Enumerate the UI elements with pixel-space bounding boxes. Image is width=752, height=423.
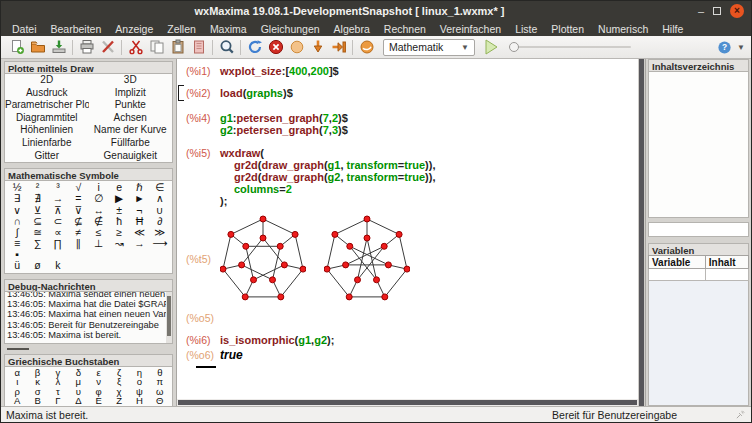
recalculate-icon[interactable] [244, 38, 265, 57]
slider-thumb[interactable] [509, 42, 519, 52]
vertical-scrollbar[interactable] [638, 59, 645, 406]
menu-item-gleichungen[interactable]: Gleichungen [254, 23, 327, 35]
variables-header-inhalt[interactable]: Inhalt [705, 256, 748, 269]
draw-button-2d[interactable]: 2D [5, 74, 89, 87]
menu-item-liste[interactable]: Liste [508, 23, 544, 35]
horizontal-scrollbar[interactable] [177, 399, 638, 406]
toc-filter-input[interactable] [648, 222, 749, 237]
minimize-button[interactable]: – [698, 6, 704, 17]
draw-button-gitter[interactable]: Gitter [5, 150, 89, 163]
debug-scrollbar[interactable] [166, 292, 172, 343]
titlebar[interactable]: wxMaxima 19.08.1-DevelopmentSnapshot [ l… [1, 1, 751, 21]
close-button[interactable]: × [730, 4, 744, 18]
symbol-button[interactable]: ∏ [48, 238, 68, 249]
variables-empty-row[interactable] [649, 269, 749, 281]
menu-item-numerisch[interactable]: Numerisch [591, 23, 655, 35]
history-slider[interactable] [509, 42, 631, 52]
configure-icon[interactable] [97, 38, 118, 57]
draw-button-h-henlinien[interactable]: Höhenlinien [5, 124, 89, 137]
symbol-button[interactable]: ⟶ [150, 238, 170, 249]
panel-resize-handle[interactable] [7, 348, 29, 350]
menu-item-anzeige[interactable]: Anzeige [108, 23, 160, 35]
delete-icon[interactable] [188, 38, 209, 57]
maximize-button[interactable] [713, 7, 721, 15]
symbol-button[interactable]: ⊥ [89, 238, 109, 249]
save-icon[interactable] [48, 38, 69, 57]
symbol-button[interactable]: ▶ [109, 193, 129, 204]
cell-code[interactable]: load(graphs)$ [220, 87, 293, 99]
draw-button-implizit[interactable]: Implizit [89, 87, 173, 100]
symbol-button[interactable]: ∄ [27, 193, 47, 204]
menu-item-vereinfachen[interactable]: Vereinfachen [433, 23, 508, 35]
symbol-button[interactable]: ü [7, 260, 27, 271]
draw-button-name-der-kurve[interactable]: Name der Kurve [89, 124, 173, 137]
menu-item-maxima[interactable]: Maxima [203, 23, 254, 35]
draw-button-linienfarbe[interactable]: Linienfarbe [5, 137, 89, 150]
variables-empty-cell[interactable] [705, 269, 748, 281]
menu-item-algebra[interactable]: Algebra [327, 23, 377, 35]
draw-button-ausdruck[interactable]: Ausdruck [5, 87, 89, 100]
cut-icon[interactable] [125, 38, 146, 57]
copy-icon[interactable] [146, 38, 167, 57]
draw-button-achsen[interactable]: Achsen [89, 112, 173, 125]
menu-item-bearbeiten[interactable]: Bearbeiten [44, 23, 109, 35]
worksheet-cell[interactable]: (%i1)wxplot_size:[400,200]$ [186, 65, 638, 77]
draw-button-f-llfarbe[interactable]: Füllfarbe [89, 137, 173, 150]
cell-code[interactable]: is_isomorphic(g1,g2); [220, 334, 334, 346]
menu-item-plotten[interactable]: Plotten [544, 23, 591, 35]
symbol-button[interactable]: → [48, 193, 68, 204]
menu-item-datei[interactable]: Datei [5, 23, 44, 35]
draw-button-punkte[interactable]: Punkte [89, 99, 173, 112]
paste-icon[interactable] [167, 38, 188, 57]
open-icon[interactable] [27, 38, 48, 57]
worksheet[interactable]: (%i1)wxplot_size:[400,200]$(%i2)load(gra… [177, 59, 638, 406]
symbol-button[interactable]: ↝ [109, 238, 129, 249]
variables-empty-cell[interactable] [649, 269, 706, 281]
print-icon[interactable] [76, 38, 97, 57]
symbol-button[interactable]: ∑ [27, 238, 47, 249]
worksheet-cell[interactable]: (%o5) [186, 312, 638, 324]
symbol-button[interactable]: k [48, 260, 68, 271]
help-icon[interactable]: ? [714, 38, 735, 57]
cell-code[interactable]: g1:petersen_graph(7,2)$g2:petersen_graph… [220, 112, 348, 136]
worksheet-cell[interactable]: (%i2)load(graphs)$ [186, 87, 638, 99]
jump-to-input-icon[interactable] [328, 38, 349, 57]
menu-item-hilfe[interactable]: Hilfe [655, 23, 690, 35]
search-icon[interactable] [216, 38, 237, 57]
symbol-button[interactable]: → [129, 238, 149, 249]
horizontal-scrollbar-thumb[interactable] [178, 400, 637, 405]
symbol-button[interactable]: ∥ [68, 238, 88, 249]
scroll-to-cursor-icon[interactable] [356, 38, 377, 57]
worksheet-cell[interactable]: (%i4)g1:petersen_graph(7,2)$g2:petersen_… [186, 112, 638, 136]
menu-item-zellen[interactable]: Zellen [160, 23, 203, 35]
worksheet-cell[interactable]: (%i6)is_isomorphic(g1,g2); [186, 334, 638, 346]
symbol-button[interactable]: ► [129, 193, 149, 204]
debug-scrollbar-thumb[interactable] [167, 296, 171, 336]
menu-item-rechnen[interactable]: Rechnen [377, 23, 433, 35]
interrupt-icon[interactable] [286, 38, 307, 57]
symbol-button[interactable]: ø [27, 260, 47, 271]
cell-code[interactable]: wxplot_size:[400,200]$ [220, 65, 339, 77]
draw-button-parametrischer-plot[interactable]: Parametrischer Plot [5, 99, 89, 112]
draw-button-genauigkeit[interactable]: Genauigkeit [89, 150, 173, 163]
cell-type-dropdown[interactable]: Mathematik ▼ [383, 39, 475, 56]
toolbar-overflow-icon[interactable]: ▼ [737, 43, 745, 52]
petersen-graph-1[interactable] [220, 211, 306, 306]
draw-button-3d[interactable]: 3D [89, 74, 173, 87]
new-document-icon[interactable] [6, 38, 27, 57]
variables-header-variable[interactable]: Variable [649, 256, 706, 269]
toc-list[interactable] [648, 71, 749, 218]
symbol-button[interactable]: ∅ [89, 193, 109, 204]
worksheet-cell[interactable]: (%t5) [186, 211, 638, 306]
worksheet-cell[interactable]: (%i5)wxdraw(gr2d(draw_graph(g1, transfor… [186, 147, 638, 207]
worksheet-cell[interactable]: (%o6)true [186, 349, 638, 361]
draw-button-diagrammtitel[interactable]: Diagrammtitel [5, 112, 89, 125]
petersen-graph-2[interactable] [324, 211, 410, 306]
symbol-button[interactable]: = [68, 193, 88, 204]
stop-icon[interactable] [265, 38, 286, 57]
symbol-button[interactable]: ∃ [7, 193, 27, 204]
cell-code[interactable]: wxdraw(gr2d(draw_graph(g1, transform=tru… [220, 147, 435, 207]
follow-icon[interactable] [307, 38, 328, 57]
vertical-scrollbar-thumb[interactable] [639, 59, 644, 406]
play-icon[interactable] [480, 38, 501, 57]
